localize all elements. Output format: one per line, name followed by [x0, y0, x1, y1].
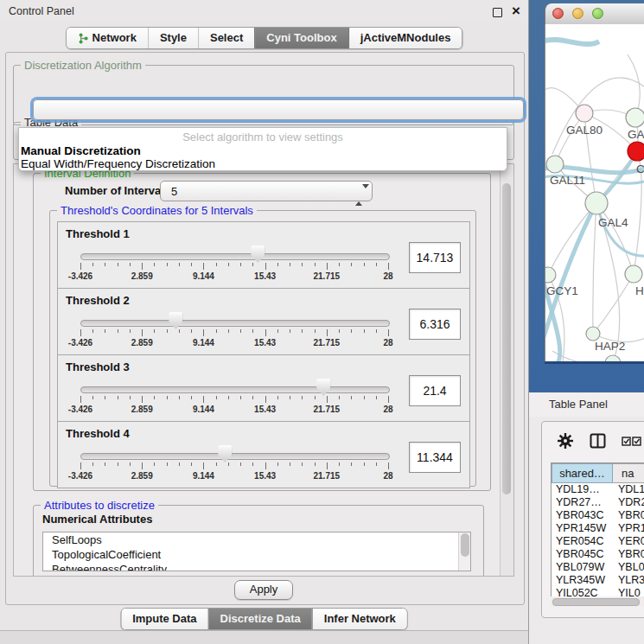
settings-scrollpane: Interval Definition Number of Intervals …	[13, 163, 514, 577]
table-row[interactable]: YIL052CYIL0	[552, 587, 644, 596]
tab-label: Discretize Data	[220, 609, 301, 629]
tab-cyni-toolbox[interactable]: Cyni Toolbox	[254, 28, 348, 48]
tick-label: 2.859	[131, 271, 153, 281]
threshold-row: Threshold 1-3.4262.8599.14415.4321.71528…	[58, 222, 469, 288]
tab-infer-network[interactable]: Infer Network	[312, 609, 407, 629]
table-row[interactable]: YLR345WYLR3	[552, 574, 644, 587]
cell-shared-name: YBR043C	[552, 509, 613, 522]
tick-mark	[92, 462, 93, 466]
control-panel-titlebar: Control Panel ×	[0, 0, 528, 22]
bottom-strip	[0, 630, 528, 644]
table-row[interactable]: YPR145WYPR1	[552, 522, 644, 535]
cell-name: YIL0	[613, 587, 644, 596]
tick-mark	[315, 263, 316, 266]
tick-mark	[203, 462, 204, 469]
tick-mark	[364, 263, 365, 266]
network-window-titlebar	[545, 3, 644, 25]
network-graph: GAL80GACGAL11GAL4GCY1HHAP2	[545, 24, 644, 361]
checkboxes-icon[interactable]	[622, 437, 642, 446]
tick-mark	[228, 462, 229, 466]
slider-handle[interactable]	[169, 312, 182, 329]
network-canvas[interactable]: GAL80GACGAL11GAL4GCY1HHAP2	[545, 24, 644, 361]
tick-label: -3.426	[68, 471, 92, 481]
cell-shared-name: YDL19…	[552, 483, 613, 496]
list-item[interactable]: SelfLoops	[43, 532, 470, 547]
tick-mark	[167, 396, 168, 399]
slider-track[interactable]	[80, 253, 390, 260]
slider-tick-labels: -3.4262.8599.14415.4321.71528	[80, 405, 388, 415]
minimize-traffic-light[interactable]	[572, 8, 583, 19]
table-hscrollbar[interactable]	[551, 597, 644, 607]
tab-jactivemnodules[interactable]: jActiveMNodules	[348, 28, 462, 48]
node-label: GCY1	[546, 284, 578, 297]
settings-scrollbar[interactable]	[500, 164, 513, 576]
attributes-list-scrollbar[interactable]	[458, 532, 470, 571]
node-label: GAL4	[598, 216, 628, 229]
tab-label: Impute Data	[132, 609, 196, 629]
threshold-value-field[interactable]: 11.344	[409, 442, 461, 473]
threshold-value-field[interactable]: 14.713	[409, 242, 461, 273]
numerical-attributes-list[interactable]: SelfLoopsTopologicalCoefficientBetweenne…	[42, 532, 471, 571]
table-row[interactable]: YER054CYER0	[552, 535, 644, 548]
tick-mark	[265, 462, 266, 469]
num-intervals-combobox[interactable]: 5	[160, 181, 373, 201]
tab-label: Network	[92, 28, 137, 48]
table-row[interactable]: YBL079WYBL0	[552, 561, 644, 574]
columns-icon[interactable]	[590, 433, 606, 449]
tab-discretize-data[interactable]: Discretize Data	[208, 609, 312, 629]
table-row[interactable]: YBR043CYBR0	[552, 509, 644, 522]
table-row[interactable]: YBR045CYBR0	[552, 548, 644, 561]
panel-title: Control Panel	[9, 0, 74, 22]
tab-impute-data[interactable]: Impute Data	[121, 609, 207, 629]
tick-label: 2.859	[131, 471, 153, 481]
tick-mark	[327, 329, 328, 336]
threshold-value-field[interactable]: 21.4	[409, 375, 461, 406]
tick-mark	[80, 329, 81, 336]
close-traffic-light[interactable]	[552, 8, 564, 19]
popup-option-manual-discretization[interactable]: Manual Discretization	[19, 144, 507, 157]
threshold-label: Threshold 4	[66, 427, 130, 440]
tick-label: 21.715	[314, 338, 341, 348]
popup-option-equal-width-frequency-discretization[interactable]: Equal Width/Frequency Discretization	[19, 157, 507, 170]
list-item[interactable]: BetweennessCentrality	[43, 562, 470, 571]
tick-mark	[130, 396, 131, 399]
slider-handle[interactable]	[218, 445, 232, 462]
slider-handle[interactable]	[316, 379, 330, 396]
table-row[interactable]: YDR27…YDR2	[552, 496, 644, 509]
tick-label: 9.144	[193, 338, 214, 348]
algorithm-combobox[interactable]	[33, 99, 524, 120]
slider-handle[interactable]	[251, 245, 265, 263]
slider-track[interactable]	[80, 453, 390, 460]
node-attribute-table[interactable]: shared… na YDL19…YDL1YDR27…YDR2YBR043CYB…	[551, 462, 644, 596]
tab-style[interactable]: Style	[148, 28, 198, 48]
zoom-traffic-light[interactable]	[592, 8, 603, 19]
tick-mark	[216, 263, 217, 266]
attributes-group: Attributes to discretize Numerical Attri…	[33, 505, 484, 577]
tab-label: Style	[160, 28, 187, 48]
float-window-icon[interactable]	[493, 8, 502, 17]
node-label: C	[636, 163, 644, 175]
threshold-value-field[interactable]: 6.316	[409, 309, 461, 340]
cell-name: YDL1	[613, 483, 644, 496]
slider-track[interactable]	[80, 320, 390, 327]
slider-track[interactable]	[80, 386, 390, 393]
tick-mark	[364, 396, 365, 399]
tick-label: -3.426	[68, 405, 92, 414]
table-row[interactable]: YDL19…YDL1	[552, 483, 644, 496]
tab-network[interactable]: Network	[67, 28, 148, 48]
tick-mark	[154, 462, 155, 466]
tick-mark	[265, 396, 266, 403]
list-item[interactable]: TopologicalCoefficient	[43, 547, 470, 562]
tick-mark	[118, 396, 118, 399]
gear-icon[interactable]	[558, 433, 573, 449]
tick-mark	[240, 263, 241, 266]
threshold-row: Threshold 3-3.4262.8599.14415.4321.71528…	[58, 354, 469, 421]
apply-button[interactable]: Apply	[234, 580, 293, 600]
table-panel-header: Table Panel	[529, 392, 644, 417]
tick-label: 15.43	[254, 405, 276, 414]
close-icon[interactable]: ×	[512, 1, 520, 22]
tick-mark	[118, 263, 118, 266]
tab-select[interactable]: Select	[198, 28, 254, 48]
column-header-name[interactable]: na	[613, 463, 644, 483]
column-header-shared-name[interactable]: shared…	[552, 463, 613, 483]
